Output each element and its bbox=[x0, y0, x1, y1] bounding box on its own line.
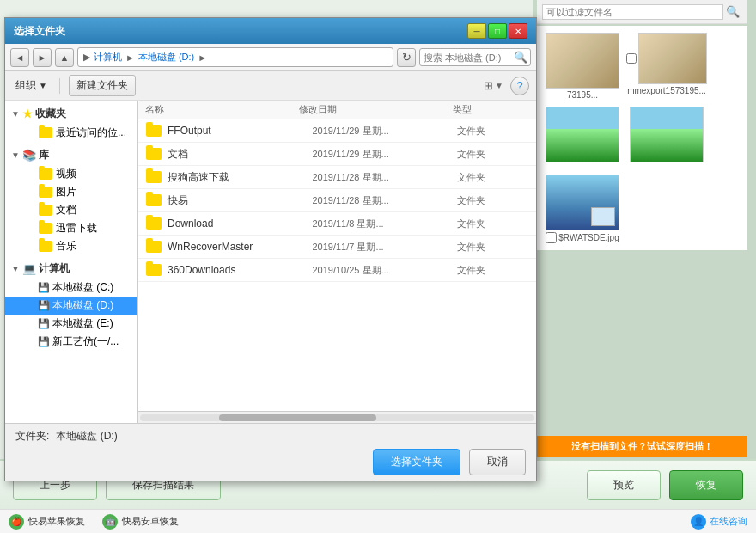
tree-item-music[interactable]: 音乐 bbox=[5, 237, 137, 255]
view-toggle[interactable]: ⊞ ▼ bbox=[484, 79, 503, 92]
thumbnail-checkbox-5[interactable] bbox=[546, 232, 557, 243]
thumbnail-item-3[interactable] bbox=[544, 107, 621, 164]
folder-icon-kuaiyi bbox=[145, 193, 162, 208]
file-row-360downloads[interactable]: 360Downloads 2019/10/25 星期... 文件夹 bbox=[138, 259, 536, 282]
thumbnail-checkbox-2[interactable] bbox=[626, 53, 637, 64]
folder-icon bbox=[39, 205, 52, 216]
tree-item-thunder-download[interactable]: 迅雷下载 bbox=[5, 219, 137, 237]
tree-item-library[interactable]: ▼ 📚 库 bbox=[5, 145, 137, 165]
search-box: 🔍 bbox=[419, 48, 531, 66]
up-button[interactable]: ▲ bbox=[55, 48, 74, 67]
apple-logo-icon: 🍎 bbox=[9, 514, 24, 530]
thumbnail-item-1[interactable]: 73195... bbox=[544, 33, 621, 100]
forward-button[interactable]: ► bbox=[33, 48, 52, 67]
folder-icon-ffoutput bbox=[145, 123, 162, 138]
file-list-empty-space bbox=[138, 282, 536, 411]
thumbnail-label-1: 73195... bbox=[567, 90, 598, 100]
thumbnail-img-4 bbox=[630, 107, 704, 162]
drive-e-icon: 💾 bbox=[38, 318, 50, 329]
dialog-titlebar: 选择文件夹 ─ □ ✕ bbox=[5, 18, 536, 44]
dialog-title: 选择文件夹 bbox=[14, 24, 65, 39]
dialog-toolbar-row: 组织 ▼ 新建文件夹 ⊞ ▼ ? bbox=[5, 71, 536, 101]
dialog-footer: 文件夹: 本地磁盘 (D:) 选择文件夹 取消 bbox=[5, 423, 536, 481]
restore-button[interactable]: 恢复 bbox=[669, 470, 743, 500]
preview-button[interactable]: 预览 bbox=[587, 470, 661, 500]
folder-icon bbox=[39, 168, 52, 180]
search-input[interactable] bbox=[424, 52, 514, 63]
tree-item-documents[interactable]: 文档 bbox=[5, 201, 137, 219]
footer-logo-android: 🤖 快易安卓恢复 bbox=[102, 514, 179, 530]
refresh-button[interactable]: ↻ bbox=[397, 48, 416, 67]
thumbnail-label-5: $RWATSDE.jpg bbox=[546, 232, 619, 243]
folder-icon bbox=[39, 187, 52, 198]
star-icon: ★ bbox=[22, 107, 33, 120]
thumbnail-img-5 bbox=[546, 175, 619, 230]
file-list-header: 名称 修改日期 类型 bbox=[138, 101, 536, 119]
file-row-documents[interactable]: 文档 2019/11/29 星期... 文件夹 bbox=[138, 143, 536, 166]
file-list-panel: 名称 修改日期 类型 FFOutput 2019/11/29 星期... 文件夹… bbox=[138, 101, 536, 423]
scrollbar-thumb[interactable] bbox=[219, 414, 377, 421]
drive-c-icon: 💾 bbox=[38, 282, 50, 293]
folder-icon-wnrecover bbox=[145, 239, 162, 254]
tree-item-drive-other[interactable]: 💾 新工艺仿(一/... bbox=[5, 333, 137, 351]
file-row-download[interactable]: Download 2019/11/8 星期... 文件夹 bbox=[138, 212, 536, 236]
folder-icon-download bbox=[145, 216, 162, 231]
library-icon: 📚 bbox=[22, 149, 36, 162]
drive-d-icon: 💾 bbox=[38, 300, 50, 311]
tree-item-computer[interactable]: ▼ 💻 计算机 bbox=[5, 259, 137, 279]
thumbnail-img-1 bbox=[546, 33, 619, 89]
right-search-row: 🔍 bbox=[537, 0, 747, 24]
tree-item-drive-d[interactable]: 💾 本地磁盘 (D:) bbox=[5, 297, 137, 315]
cancel-button[interactable]: 取消 bbox=[469, 449, 526, 475]
search-icon[interactable]: 🔍 bbox=[514, 51, 527, 64]
scrollbar-track[interactable] bbox=[140, 414, 534, 421]
organize-button[interactable]: 组织 ▼ bbox=[12, 77, 51, 95]
folder-icon-documents bbox=[145, 146, 162, 162]
address-path[interactable]: ▶ 计算机 ► 本地磁盘 (D:) ► bbox=[77, 47, 393, 67]
help-button[interactable]: ? bbox=[510, 77, 529, 95]
address-bar: ◄ ► ▲ ▶ 计算机 ► 本地磁盘 (D:) ► ↻ 🔍 bbox=[5, 44, 536, 71]
folder-icon-sogou bbox=[145, 169, 162, 185]
file-dialog: 选择文件夹 ─ □ ✕ ◄ ► ▲ ▶ 计算机 ► 本地磁盘 (D:) ► ↻ … bbox=[4, 17, 537, 481]
thumbnail-item-2[interactable]: mmexport1573195... bbox=[628, 33, 705, 100]
file-list-scrollbar[interactable] bbox=[138, 411, 536, 423]
file-row-ffoutput[interactable]: FFOutput 2019/11/29 星期... 文件夹 bbox=[138, 119, 536, 143]
thumbnail-item-5[interactable]: $RWATSDE.jpg bbox=[544, 175, 621, 243]
preview-restore-row: 预览 恢复 bbox=[587, 470, 743, 500]
file-row-kuaiyi[interactable]: 快易 2019/11/28 星期... 文件夹 bbox=[138, 189, 536, 212]
footer-folder-label: 文件夹: bbox=[15, 429, 49, 444]
right-search-input[interactable] bbox=[542, 4, 723, 20]
close-button[interactable]: ✕ bbox=[509, 23, 527, 39]
thumbnail-img-3 bbox=[546, 107, 619, 162]
android-logo-icon: 🤖 bbox=[102, 514, 118, 530]
folder-icon-360downloads bbox=[145, 262, 162, 278]
folder-icon bbox=[39, 241, 52, 252]
drive-other-icon: 💾 bbox=[38, 336, 50, 347]
online-consult-icon: 👤 bbox=[691, 514, 706, 530]
thumbnail-img-2 bbox=[638, 33, 707, 84]
tree-item-video[interactable]: 视频 bbox=[5, 165, 137, 183]
file-row-sogou[interactable]: 搜狗高速下载 2019/11/28 星期... 文件夹 bbox=[138, 166, 536, 189]
dialog-content: ▼ ★ 收藏夹 最近访问的位... ▼ 📚 库 视频 bbox=[5, 101, 536, 423]
maximize-button[interactable]: □ bbox=[488, 23, 507, 39]
right-search-button[interactable]: 🔍 bbox=[723, 3, 742, 21]
footer-folder-row: 文件夹: 本地磁盘 (D:) bbox=[15, 429, 526, 444]
thumbnail-item-4[interactable] bbox=[628, 107, 705, 164]
tree-item-favorites[interactable]: ▼ ★ 收藏夹 bbox=[5, 104, 137, 124]
file-row-wnrecover[interactable]: WnRecoverMaster 2019/11/7 星期... 文件夹 bbox=[138, 236, 536, 259]
select-folder-button[interactable]: 选择文件夹 bbox=[373, 449, 460, 475]
no-scan-banner[interactable]: 没有扫描到文件？试试深度扫描！ bbox=[537, 436, 747, 457]
tree-item-pictures[interactable]: 图片 bbox=[5, 183, 137, 201]
tree-item-drive-c[interactable]: 💾 本地磁盘 (C:) bbox=[5, 279, 137, 297]
tree-item-drive-e[interactable]: 💾 本地磁盘 (E:) bbox=[5, 315, 137, 333]
toolbar-separator bbox=[59, 78, 60, 94]
tree-panel: ▼ ★ 收藏夹 最近访问的位... ▼ 📚 库 视频 bbox=[5, 101, 138, 423]
online-consult-button[interactable]: 👤 在线咨询 bbox=[691, 514, 747, 530]
folder-icon bbox=[39, 127, 52, 138]
computer-icon: 💻 bbox=[22, 262, 36, 275]
thumbnail-label-2: mmexport1573195... bbox=[627, 86, 706, 95]
back-button[interactable]: ◄ bbox=[10, 48, 29, 67]
minimize-button[interactable]: ─ bbox=[467, 23, 486, 39]
tree-item-recent[interactable]: 最近访问的位... bbox=[5, 124, 137, 142]
new-folder-button[interactable]: 新建文件夹 bbox=[69, 75, 136, 96]
